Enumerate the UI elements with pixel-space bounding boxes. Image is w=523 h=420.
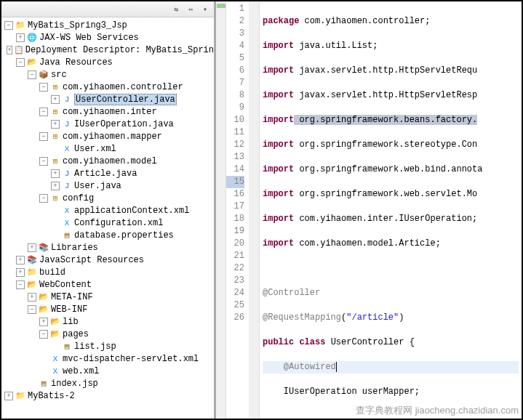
tree-node[interactable]: −📂pages — [1, 328, 214, 340]
line-number: 4 — [226, 40, 244, 52]
expander-icon[interactable]: + — [16, 256, 25, 264]
line-number: 7 — [226, 77, 244, 89]
expander-icon[interactable]: − — [39, 330, 48, 339]
line-number: 3 — [226, 28, 244, 40]
line-number: 16 — [226, 188, 244, 201]
jsp-file-icon: ▤ — [38, 379, 49, 389]
project-label: MyBatis_Spring3_Jsp — [28, 20, 127, 31]
expander-icon[interactable]: − — [16, 280, 25, 289]
expander-icon[interactable]: − — [39, 83, 48, 92]
project-label: MyBatis-2 — [28, 391, 75, 401]
xml-file-icon: X — [49, 366, 61, 376]
ws-icon: 🌐 — [26, 33, 38, 43]
folder-open-icon: 📂 — [26, 280, 38, 290]
link-editor-icon[interactable]: ⇔ — [185, 4, 196, 15]
node-label: com.yihaomen.controller — [63, 82, 183, 92]
expander-icon[interactable]: + — [28, 243, 36, 252]
tree-node[interactable]: −📦src — [1, 68, 214, 81]
expander-icon[interactable]: + — [7, 46, 12, 54]
tree-node[interactable]: +JUserController.java — [1, 93, 214, 105]
expander-icon[interactable]: − — [39, 194, 48, 203]
expander-icon[interactable]: + — [39, 318, 48, 326]
code-area[interactable]: package com.yihaomen.controller; import … — [260, 1, 522, 419]
tree-node[interactable]: +📂lib — [1, 315, 214, 328]
project-explorer-panel: ⇆ ⇔ ▾ −📁MyBatis_Spring3_Jsp +🌐JAX-WS Web… — [1, 1, 216, 419]
project-node[interactable]: +📁MyBatis-2 — [1, 389, 214, 402]
jsp-file-icon: ▤ — [61, 342, 73, 352]
expander-icon[interactable]: + — [51, 169, 60, 178]
expander-icon[interactable]: − — [28, 70, 36, 79]
line-number: 19 — [226, 225, 244, 238]
tree-node[interactable]: +📚Libraries — [1, 241, 214, 254]
tree-node[interactable]: Xweb.xml — [1, 365, 214, 377]
expander-icon[interactable]: + — [4, 392, 13, 400]
line-number: 11 — [226, 126, 244, 139]
tree-node[interactable]: −⊞config — [1, 192, 214, 204]
tree-node[interactable]: +JIUserOperation.java — [1, 118, 214, 130]
tree-node[interactable]: +JArticle.java — [1, 167, 214, 179]
expander-icon[interactable]: − — [39, 108, 48, 116]
tree-node[interactable]: ▤database.properties — [1, 229, 214, 241]
tree-node[interactable]: Xmvc-dispatcher-servlet.xml — [1, 352, 214, 365]
node-label: src — [51, 70, 67, 80]
node-label: com.yihaomen.model — [63, 156, 157, 166]
expander-icon[interactable]: + — [51, 182, 60, 190]
node-label: Java Resources — [39, 57, 113, 68]
line-number: 17 — [226, 201, 244, 213]
expander-icon[interactable]: + — [16, 33, 25, 42]
expander-icon[interactable]: − — [28, 305, 36, 314]
tree-node[interactable]: −⊞com.yihaomen.mapper — [1, 130, 214, 142]
project-tree[interactable]: −📁MyBatis_Spring3_Jsp +🌐JAX-WS Web Servi… — [1, 17, 214, 403]
tree-node[interactable]: +🌐JAX-WS Web Services — [1, 31, 214, 44]
package-icon: ⊞ — [49, 132, 61, 142]
node-label: lib — [63, 317, 79, 327]
project-node[interactable]: −📁MyBatis_Spring3_Jsp — [1, 19, 214, 31]
tree-node[interactable]: −⊞com.yihaomen.controller — [1, 81, 214, 93]
expander-icon[interactable]: + — [51, 95, 60, 104]
expander-icon[interactable]: − — [16, 58, 25, 67]
collapse-all-icon[interactable]: ⇆ — [170, 4, 182, 15]
tree-node[interactable]: ▤list.jsp — [1, 340, 214, 352]
node-label: User.java — [74, 181, 121, 191]
expander-icon[interactable]: + — [16, 268, 25, 277]
expander-icon[interactable]: + — [51, 120, 60, 129]
expander-icon[interactable]: + — [28, 293, 36, 302]
tree-node[interactable]: −📂WebContent — [1, 278, 214, 291]
java-file-icon: J — [61, 181, 73, 191]
tree-node[interactable]: +📂META-INF — [1, 291, 214, 303]
tree-node[interactable]: +📚JavaScript Resources — [1, 254, 214, 266]
line-number: 14 — [226, 163, 244, 176]
package-icon: ⊞ — [49, 107, 61, 117]
expander-icon[interactable]: − — [4, 21, 13, 30]
expander-icon[interactable]: − — [39, 132, 48, 141]
view-menu-icon[interactable]: ▾ — [199, 4, 211, 15]
tree-node[interactable]: −⊞com.yihaomen.model — [1, 155, 214, 167]
tree-node[interactable]: ▤index.jsp — [1, 377, 214, 389]
java-file-icon: J — [61, 119, 73, 129]
folder-open-icon: 📂 — [38, 292, 49, 302]
node-label: Libraries — [51, 243, 98, 253]
xml-file-icon: X — [61, 144, 73, 154]
node-label: com.yihaomen.mapper — [63, 132, 162, 142]
tree-node[interactable]: XapplicationContext.xml — [1, 204, 214, 217]
node-label: Configuration.xml — [74, 218, 163, 228]
tree-node[interactable]: XUser.xml — [1, 142, 214, 155]
tree-node[interactable]: +📋Deployment Descriptor: MyBatis_Sprin — [1, 44, 214, 56]
tree-node[interactable]: −📂WEB-INF — [1, 303, 214, 315]
tree-node[interactable]: XConfiguration.xml — [1, 217, 214, 229]
tree-node[interactable]: −📂Java Resources — [1, 56, 214, 68]
node-label: JAX-WS Web Services — [39, 33, 139, 43]
expander-icon[interactable]: − — [39, 157, 48, 166]
line-number: 8 — [226, 89, 244, 102]
package-icon: ⊞ — [49, 82, 61, 92]
tree-node[interactable]: −⊞com.yihaomen.inter — [1, 105, 214, 118]
node-label: WebContent — [39, 280, 92, 290]
tree-node[interactable]: +📁build — [1, 266, 214, 278]
node-label: build — [39, 267, 65, 278]
folding-gutter[interactable] — [249, 1, 260, 419]
project-icon: 📁 — [15, 20, 26, 31]
node-label: User.xml — [74, 144, 116, 154]
line-number: 15 — [226, 176, 244, 188]
tree-node[interactable]: +JUser.java — [1, 179, 214, 192]
package-icon: ⊞ — [49, 156, 61, 166]
